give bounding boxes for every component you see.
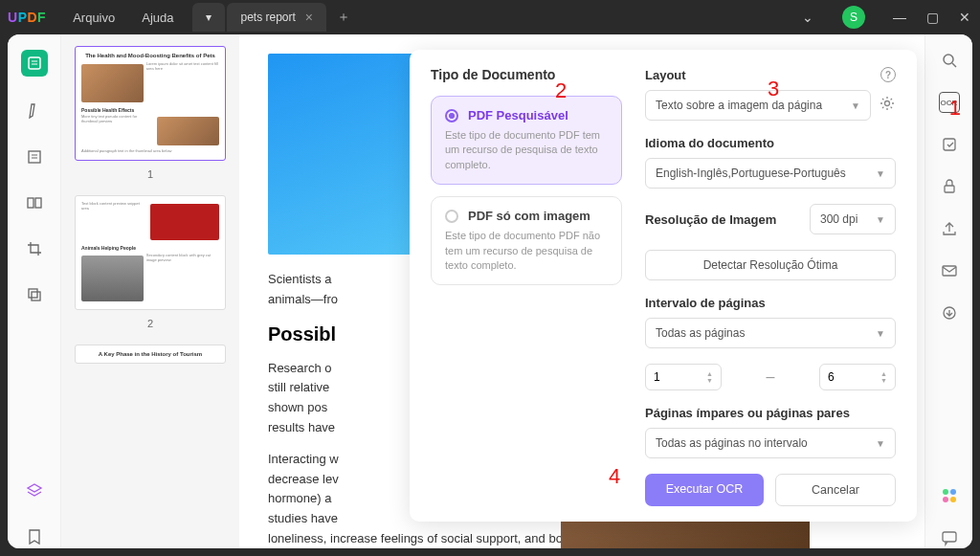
svg-rect-14	[943, 266, 956, 276]
avatar[interactable]: S	[842, 6, 865, 29]
layout-select[interactable]: Texto sobre a imagem da página▼	[645, 90, 871, 121]
annotation-4: 4	[609, 464, 620, 489]
thumbnail-page-3[interactable]: A Key Phase in the History of Tourism	[75, 345, 226, 364]
annotation-2: 2	[555, 78, 567, 103]
chevron-down-icon: ▼	[876, 214, 885, 225]
res-select[interactable]: 300 dpi▼	[810, 204, 896, 234]
ai-icon[interactable]	[939, 485, 960, 506]
tab-label: pets report	[240, 11, 295, 24]
svg-point-17	[950, 489, 956, 495]
tab-area: ▾ pets report × ＋	[192, 0, 800, 34]
annotation-1: 1	[949, 96, 961, 121]
ocr-panel: Tipo de Documento PDF Pesquisável Este t…	[410, 50, 917, 522]
cancel-button[interactable]: Cancelar	[775, 474, 896, 506]
svg-rect-3	[29, 151, 40, 163]
svg-point-21	[885, 101, 890, 106]
maximize-icon[interactable]: ▢	[924, 10, 940, 25]
window-controls: ⌄ S ― ▢ ✕	[800, 6, 972, 29]
menu-file[interactable]: Arquivo	[73, 11, 115, 25]
thumbnail-panel: The Health and Mood-Boosting Benefits of…	[61, 34, 239, 548]
svg-point-10	[944, 55, 953, 64]
tab-blank[interactable]: ▾	[192, 3, 225, 32]
range-from-input[interactable]: 1▲▼	[645, 364, 722, 390]
thumbnail-page-2[interactable]: Text block content preview snippet area …	[75, 195, 226, 310]
doctype-image-only[interactable]: PDF só com imagem Este tipo de documento…	[431, 196, 622, 285]
organize-tool-icon[interactable]	[23, 191, 46, 214]
run-ocr-button[interactable]: Executar OCR	[645, 474, 764, 506]
res-label: Resolução de Imagem	[645, 212, 800, 227]
chevron-down-icon: ▼	[876, 438, 885, 449]
crop-tool-icon[interactable]	[23, 237, 46, 260]
parity-label: Páginas ímpares ou páginas pares	[645, 406, 896, 420]
svg-rect-7	[35, 198, 41, 208]
tab-document[interactable]: pets report ×	[227, 3, 326, 32]
new-tab-button[interactable]: ＋	[336, 10, 351, 25]
left-toolbar	[8, 34, 61, 548]
svg-line-11	[952, 63, 956, 67]
chat-icon[interactable]	[939, 527, 960, 548]
app-logo: UPDF	[8, 10, 46, 25]
svg-point-18	[943, 497, 948, 502]
bookmark-icon[interactable]	[23, 525, 46, 548]
range-to-input[interactable]: 6▲▼	[819, 364, 896, 390]
svg-rect-9	[32, 292, 40, 300]
range-select[interactable]: Todas as páginas▼	[645, 318, 896, 348]
parity-select[interactable]: Todas as páginas no intervalo▼	[645, 428, 896, 458]
chevron-down-icon: ▼	[876, 168, 885, 179]
mail-icon[interactable]	[939, 260, 960, 281]
chevron-down-icon: ▼	[851, 100, 860, 111]
svg-rect-20	[943, 532, 956, 542]
close-tab-icon[interactable]: ×	[305, 10, 313, 25]
radio-on-icon	[445, 109, 458, 122]
lang-select[interactable]: English-Inglês,Portuguese-Português▼	[645, 158, 896, 189]
reader-mode-icon[interactable]	[21, 50, 48, 77]
svg-rect-0	[29, 57, 40, 69]
save-icon[interactable]	[939, 302, 960, 323]
menu-help[interactable]: Ajuda	[142, 11, 173, 25]
range-label: Intervalo de páginas	[645, 296, 896, 310]
stamp-tool-icon[interactable]	[23, 283, 46, 306]
doctype-searchable[interactable]: PDF Pesquisável Este tipo de documento P…	[431, 96, 622, 185]
radio-off-icon	[445, 210, 458, 223]
svg-rect-8	[29, 289, 37, 298]
minimize-icon[interactable]: ―	[892, 10, 907, 25]
titlebar: UPDF Arquivo Ajuda ▾ pets report × ＋ ⌄ S…	[0, 0, 980, 34]
svg-point-19	[950, 497, 956, 502]
lang-label: Idioma do documento	[645, 136, 896, 150]
gear-icon[interactable]	[879, 95, 896, 116]
protect-icon[interactable]	[939, 176, 960, 197]
svg-rect-6	[28, 198, 33, 208]
detect-resolution-button[interactable]: Detectar Resolução Ótima	[645, 250, 896, 280]
chevron-down-icon[interactable]: ⌄	[800, 10, 815, 25]
chevron-down-icon: ▼	[876, 328, 885, 339]
search-icon[interactable]	[939, 50, 960, 71]
layers-icon[interactable]	[23, 479, 46, 502]
svg-rect-13	[945, 186, 954, 192]
svg-point-16	[943, 489, 948, 495]
edit-tool-icon[interactable]	[23, 145, 46, 168]
share-icon[interactable]	[939, 218, 960, 239]
svg-rect-12	[944, 139, 955, 150]
convert-icon[interactable]	[939, 134, 960, 155]
thumbnail-page-1[interactable]: The Health and Mood-Boosting Benefits of…	[75, 46, 226, 161]
thumb-number-2: 2	[75, 318, 226, 329]
thumb-title: The Health and Mood-Boosting Benefits of…	[81, 53, 219, 59]
annotation-3: 3	[768, 77, 779, 101]
doctype-title: Tipo de Documento	[431, 67, 622, 82]
thumb-number-1: 1	[75, 168, 226, 180]
close-window-icon[interactable]: ✕	[957, 10, 972, 25]
comment-tool-icon[interactable]	[23, 100, 46, 122]
help-icon[interactable]: ?	[880, 67, 896, 82]
